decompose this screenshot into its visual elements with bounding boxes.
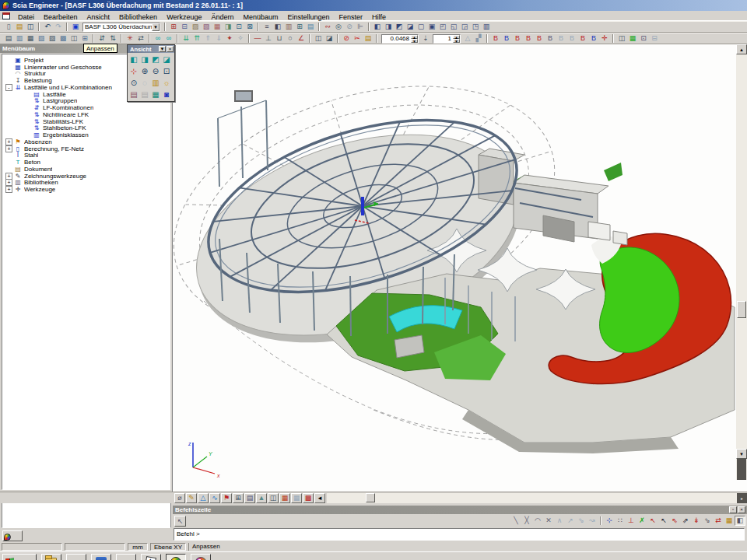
spin-down-icon[interactable]: ▼ [453,39,460,43]
taskbar-internet-explorer-button[interactable]: e [66,554,86,560]
model-canvas[interactable]: z Y x [173,44,736,480]
tb-links-icon[interactable]: ∾ [322,22,333,32]
scale-spinner[interactable]: 0.0468 ▲▼ [381,34,419,44]
tb-window-layout-7-icon[interactable]: ◰ [437,22,448,32]
tb-weld-up-icon[interactable]: ⇈ [191,33,202,44]
tb-calculator-icon[interactable]: ⊞ [294,22,305,32]
taskbar-paint-button[interactable] [191,554,211,560]
menu-item-bearbeiten[interactable]: Bearbeiten [39,12,82,22]
tb-scissors-icon[interactable]: ✂ [352,33,363,44]
menu-item-einstellungen[interactable]: Einstellungen [283,12,335,22]
tb-scale-factor-icon[interactable]: ⇣ [420,33,431,44]
tb-clean-icon[interactable]: ⊘ [344,22,355,32]
tb-rib-icon[interactable]: ⇓ [213,33,224,44]
cmd-snap-end-icon[interactable]: ↗ [565,516,576,526]
cmd-select-4-icon[interactable]: ⇗ [680,516,691,526]
menu-item-aendern[interactable]: Ändern [206,12,238,22]
tb-beam-6-icon[interactable]: B [545,33,556,44]
tb-paperspace-gallery-icon[interactable]: ▧ [201,22,212,32]
tree-item-stahlbeton-lfk[interactable]: ⇅Stahlbeton-LFK [2,125,170,132]
tb-cutout-icon[interactable]: ✧ [235,33,246,44]
tb-window-layout-11-icon[interactable]: ▥ [481,22,492,32]
vp-fe-mesh-icon[interactable]: ▩ [303,493,314,503]
vp-load-labels-icon[interactable]: ⚑ [221,493,232,503]
expand-icon[interactable]: + [5,179,12,186]
cmd-select-2-icon[interactable]: ↖ [658,516,669,526]
cmd-select-1-icon[interactable]: ↖ [647,516,658,526]
tb-folder-open-icon[interactable]: ▤ [363,33,374,44]
tb-save-view-icon[interactable]: ◫ [616,33,627,44]
panel-restore-icon[interactable]: ▫ [729,506,737,513]
tb-send-back-icon[interactable]: ⇅ [107,33,118,44]
tree-tab-button[interactable] [2,530,23,541]
cmd-select-6-icon[interactable]: ⇘ [702,516,713,526]
taskbar-winamp-button[interactable]: ϟ [141,554,161,560]
tree-item-absenzen[interactable]: +⚑Absenzen [2,138,170,145]
tb-active-document-icon[interactable]: ▣ [70,22,81,32]
tb-print-picture-icon[interactable]: ◧ [272,22,283,32]
tb-window-layout-8-icon[interactable]: ◱ [448,22,459,32]
menu-item-ansicht[interactable]: Ansicht [82,12,115,22]
tb-project-manager-icon[interactable]: ⊞ [168,22,179,32]
scroll-right-icon[interactable]: ▸ [737,493,747,503]
tb-mirror-icon[interactable]: ▧ [36,33,47,44]
tb-zoom-selection-icon[interactable]: ◎ [333,22,344,32]
vp-volumes-icon[interactable]: ▤ [244,493,255,503]
tb-engineering-report-icon[interactable]: ▥ [283,22,294,32]
tree-item-zeichnungswerkzeuge[interactable]: +✎Zeichnungswerkzeuge [2,173,170,180]
view-clipping-box-icon[interactable]: ▥ [150,77,161,89]
cmd-dot-grid-icon[interactable]: ∷ [615,516,626,526]
tb-chain-2-icon[interactable]: ∞ [163,33,174,44]
view-zoom-all-icon[interactable]: ⊙ [128,77,139,89]
tb-copy-icon[interactable]: ▥ [14,33,25,44]
collapse-icon[interactable]: - [5,84,12,91]
vp-member-labels-icon[interactable]: ∿ [209,493,220,503]
tb-document-icon[interactable]: ▦ [212,22,223,32]
tb-window-layout-6-icon[interactable]: ▣ [426,22,437,32]
view-view-axo-icon[interactable]: ◪ [161,54,172,65]
tb-layers-b-icon[interactable]: ⊟ [649,33,660,44]
project-combo[interactable]: BASF L306 Überdachung ▼ [82,23,160,32]
tree-item-lf-kombinationen[interactable]: ⇵LF-Kombinationen [2,104,170,111]
tb-undo-icon[interactable]: ↶ [42,22,53,32]
mdi-document-icon[interactable] [2,12,10,19]
tb-stretch-icon[interactable]: ▩ [58,33,68,44]
view-view-y-icon[interactable]: ◨ [139,54,150,65]
tb-window-layout-1-icon[interactable]: ◧ [372,22,383,32]
tb-select-window-icon[interactable]: ◫ [313,33,324,44]
viewport-3d[interactable]: z Y x ▲ ▼ [173,44,747,492]
tb-notes-icon[interactable]: ▤ [305,22,316,32]
tb-window-layout-2-icon[interactable]: ◨ [383,22,394,32]
tree-item-beton[interactable]: TBeton [2,159,170,166]
tb-beam-9-icon[interactable]: B [577,33,588,44]
tb-select-poly-icon[interactable]: ◪ [324,33,335,44]
tb-circle-icon[interactable]: ○ [285,33,296,44]
tb-preview-icon[interactable]: ◨ [223,22,233,32]
tb-beam-7-icon[interactable]: B [556,33,566,44]
tb-table-results-icon[interactable]: ⊡ [233,22,244,32]
taskbar-windows-explorer-button[interactable] [41,554,61,560]
tb-info-icon[interactable]: ⊩ [355,22,366,32]
tb-window-layout-3-icon[interactable]: ◩ [394,22,405,32]
cmd-tables-icon[interactable]: ▦ [724,516,735,526]
horizontal-scrollbar[interactable] [327,493,737,503]
vp-shading-icon[interactable]: ▲ [256,493,267,503]
close-icon[interactable]: × [167,46,174,52]
tb-redo-icon[interactable]: ↷ [53,22,64,32]
cmd-snap-intersect-icon[interactable]: ⇘ [576,516,587,526]
vertical-scrollbar[interactable]: ▲ ▼ [736,44,747,480]
scroll-down-icon[interactable]: ▼ [736,449,747,459]
expand-icon[interactable]: + [5,145,12,152]
tb-picture-gallery-icon[interactable]: ▨ [190,22,201,32]
expand-icon[interactable]: + [5,186,12,193]
taskbar-media-player-button[interactable]: ▶ [91,554,111,560]
vp-edit-pencil-icon[interactable]: ✎ [186,493,197,503]
expand-icon[interactable]: + [5,138,12,145]
tb-opening-icon[interactable]: ✦ [224,33,235,44]
view-light-icon[interactable]: ☼ [161,77,172,89]
view-zoom-previous-icon[interactable]: ◌ [139,77,150,89]
command-input[interactable]: Befehl > [174,528,745,541]
tb-array-icon[interactable]: ◫ [68,33,79,44]
horizontal-scroll-thumb[interactable] [366,493,375,502]
tb-polyline-icon[interactable]: ⊔ [274,33,285,44]
